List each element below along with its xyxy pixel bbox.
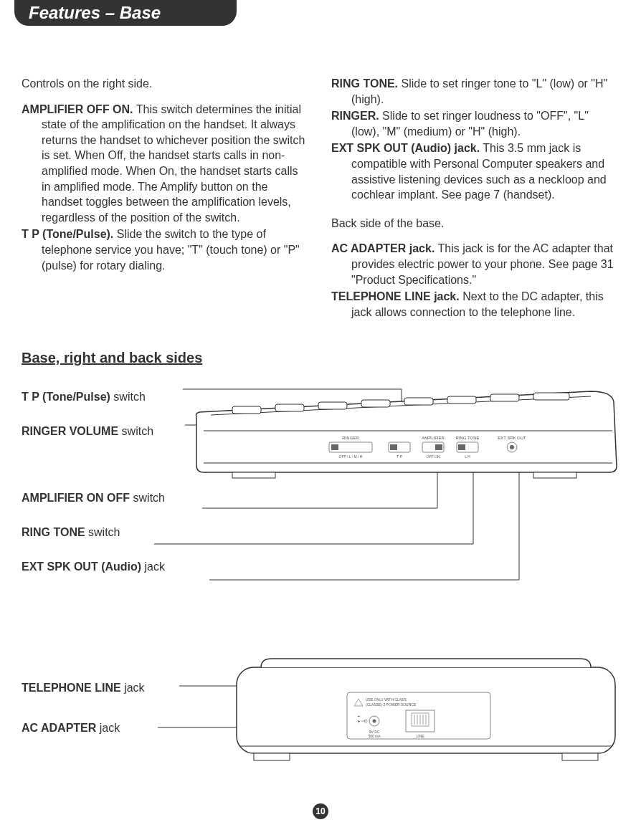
device-label-ringtone: RING TONE	[455, 436, 479, 440]
svg-rect-3	[361, 400, 390, 407]
device-label-ringtone-sub: L H	[465, 454, 470, 459]
svg-rect-7	[533, 393, 569, 400]
intro-back: Back side of the base.	[331, 216, 619, 232]
left-column: Controls on the right side. AMPLIFIER OF…	[22, 76, 310, 321]
device-back-line: LINE	[416, 734, 424, 738]
back-diagram-labels: TELEPHONE LINE jack AC ADAPTER jack	[22, 674, 208, 745]
svg-rect-0	[232, 406, 261, 414]
svg-rect-22	[562, 753, 598, 760]
device-side-illustration: RINGER OFF / L / M / H T P AMPLIFIER OFF…	[189, 381, 619, 488]
section-header: Features – Base	[14, 0, 237, 26]
callout-amplifier-bold: AMPLIFIER ON OFF	[22, 492, 130, 504]
device-label-ringer-sub: OFF / L / M / H	[339, 454, 363, 459]
svg-rect-8	[232, 472, 275, 478]
callout-ringtone-bold: RING TONE	[22, 526, 85, 538]
svg-rect-5	[447, 396, 476, 404]
svg-rect-13	[390, 444, 397, 450]
subheading-base-sides: Base, right and back sides	[22, 350, 619, 366]
callout-amplifier-rest: switch	[130, 492, 165, 504]
svg-rect-1	[275, 404, 304, 411]
right-column: RING TONE. Slide to set ringer tone to "…	[331, 76, 619, 321]
svg-text:−: −	[358, 714, 360, 718]
entry-amplifier: AMPLIFIER OFF ON. This switch determines…	[22, 102, 310, 226]
entry-ringtone-title: RING TONE.	[331, 77, 398, 90]
device-back-dc2: 500 mA	[368, 734, 381, 738]
svg-rect-15	[435, 444, 442, 450]
entry-ringtone: RING TONE. Slide to set ringer tone to "…	[331, 76, 619, 107]
diagram-side-area: T P (Tone/Pulse) switch RINGER VOLUME sw…	[22, 381, 619, 639]
device-label-amplifier: AMPLIFIER	[422, 436, 445, 440]
callout-ringtone-rest: switch	[85, 526, 120, 538]
svg-rect-4	[404, 398, 433, 405]
callout-extspk: EXT SPK OUT (Audio) jack	[22, 560, 222, 573]
diagram-back-area: TELEPHONE LINE jack AC ADAPTER jack USE …	[22, 660, 619, 789]
text-columns: Controls on the right side. AMPLIFIER OF…	[22, 76, 619, 321]
entry-tel: TELEPHONE LINE jack. Next to the DC adap…	[331, 289, 619, 320]
device-back-illustration: USE ONLY WITH CLASS (CLASSE) 2 POWER SOU…	[232, 653, 619, 768]
callout-ac-adapter-bold: AC ADAPTER	[22, 722, 96, 734]
svg-rect-2	[318, 402, 347, 409]
page-number: 10	[22, 803, 619, 819]
callout-telephone-line-bold: TELEPHONE LINE	[22, 682, 121, 694]
entry-ringer: RINGER. Slide to set ringer loudness to …	[331, 108, 619, 139]
entry-tp: T P (Tone/Pulse). Slide the switch to th…	[22, 226, 310, 273]
device-back-warn2: (CLASSE) 2 POWER SOURCE	[366, 702, 417, 707]
entry-amplifier-title: AMPLIFIER OFF ON.	[22, 103, 133, 115]
callout-telephone-line: TELEPHONE LINE jack	[22, 682, 208, 695]
svg-point-25	[373, 720, 376, 723]
callout-telephone-line-rest: jack	[121, 682, 145, 694]
entry-ac-title: AC ADAPTER jack.	[331, 242, 435, 254]
callout-ac-adapter: AC ADAPTER jack	[22, 722, 208, 735]
callout-ac-adapter-rest: jack	[96, 722, 120, 734]
callout-ringtone: RING TONE switch	[22, 526, 222, 539]
entry-tp-title: T P (Tone/Pulse).	[22, 228, 113, 240]
svg-rect-21	[254, 753, 290, 760]
svg-rect-11	[331, 444, 338, 450]
svg-rect-17	[458, 444, 465, 450]
callout-extspk-bold: EXT SPK OUT (Audio)	[22, 560, 141, 573]
page-number-badge: 10	[313, 803, 328, 819]
device-label-ringer: RINGER	[342, 436, 359, 440]
device-label-extspk: EXT SPK OUT	[498, 436, 526, 440]
device-back-warn1: USE ONLY WITH CLASS	[366, 697, 407, 702]
svg-rect-9	[533, 472, 576, 478]
callout-tp-bold: T P (Tone/Pulse)	[22, 391, 110, 403]
callout-amplifier: AMPLIFIER ON OFF switch	[22, 492, 222, 505]
entry-amplifier-body: This switch determines the initial state…	[42, 103, 305, 224]
device-label-tp: T P	[397, 454, 402, 459]
svg-text:+: +	[358, 719, 360, 723]
entry-ac: AC ADAPTER jack. This jack is for the AC…	[331, 241, 619, 287]
intro-left: Controls on the right side.	[22, 76, 310, 92]
svg-point-19	[510, 445, 514, 449]
entry-ringer-title: RINGER.	[331, 110, 379, 122]
entry-tel-title: TELEPHONE LINE jack.	[331, 290, 460, 302]
entry-extspk: EXT SPK OUT (Audio) jack. This 3.5 mm ja…	[331, 140, 619, 202]
callout-extspk-rest: jack	[141, 560, 165, 573]
callout-tp-rest: switch	[110, 391, 146, 403]
entry-extspk-title: EXT SPK OUT (Audio) jack.	[331, 142, 480, 154]
callout-ringer-volume-rest: switch	[118, 425, 153, 437]
svg-rect-6	[490, 394, 519, 401]
device-label-amp-sub: OFF ON	[427, 454, 440, 459]
callout-ringer-volume-bold: RINGER VOLUME	[22, 425, 118, 437]
entry-ringer-body: Slide to set ringer loudness to "OFF", "…	[351, 110, 589, 138]
